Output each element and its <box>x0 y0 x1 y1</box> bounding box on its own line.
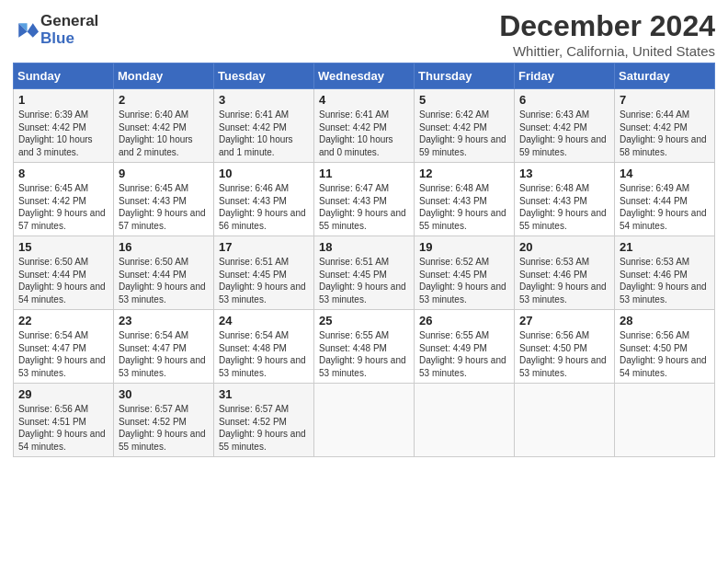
cell-detail: Sunrise: 6:53 AMSunset: 4:46 PMDaylight:… <box>620 256 711 305</box>
calendar-table: SundayMondayTuesdayWednesdayThursdayFrid… <box>13 63 715 457</box>
page-container: General Blue December 2024 Whittier, Cal… <box>0 0 728 465</box>
day-number: 6 <box>519 93 610 107</box>
day-number: 8 <box>18 167 109 180</box>
day-number: 12 <box>419 167 510 180</box>
cell-detail: Sunrise: 6:50 AMSunset: 4:44 PMDaylight:… <box>119 256 210 305</box>
calendar-cell: 16Sunrise: 6:50 AMSunset: 4:44 PMDayligh… <box>114 236 214 310</box>
subtitle: Whittier, California, United States <box>499 43 715 59</box>
cell-detail: Sunrise: 6:49 AMSunset: 4:44 PMDaylight:… <box>620 182 711 232</box>
cell-detail: Sunrise: 6:50 AMSunset: 4:44 PMDaylight:… <box>18 256 109 305</box>
day-header-tuesday: Tuesday <box>214 63 314 89</box>
calendar-cell: 23Sunrise: 6:54 AMSunset: 4:47 PMDayligh… <box>114 310 214 384</box>
cell-detail: Sunrise: 6:57 AMSunset: 4:52 PMDaylight:… <box>219 403 310 453</box>
day-number: 10 <box>219 167 310 180</box>
calendar-cell: 22Sunrise: 6:54 AMSunset: 4:47 PMDayligh… <box>14 310 114 384</box>
day-number: 23 <box>119 314 210 327</box>
cell-detail: Sunrise: 6:42 AMSunset: 4:42 PMDaylight:… <box>419 109 510 158</box>
day-number: 19 <box>419 240 510 254</box>
cell-detail: Sunrise: 6:57 AMSunset: 4:52 PMDaylight:… <box>119 403 210 453</box>
cell-detail: Sunrise: 6:48 AMSunset: 4:43 PMDaylight:… <box>519 182 610 232</box>
cell-detail: Sunrise: 6:54 AMSunset: 4:48 PMDaylight:… <box>219 329 310 379</box>
calendar-header-row: SundayMondayTuesdayWednesdayThursdayFrid… <box>14 63 715 89</box>
cell-detail: Sunrise: 6:55 AMSunset: 4:48 PMDaylight:… <box>319 329 410 379</box>
title-block: December 2024 Whittier, California, Unit… <box>499 9 715 59</box>
calendar-cell: 26Sunrise: 6:55 AMSunset: 4:49 PMDayligh… <box>415 310 515 384</box>
cell-detail: Sunrise: 6:43 AMSunset: 4:42 PMDaylight:… <box>519 109 610 158</box>
day-number: 21 <box>620 240 711 254</box>
day-number: 3 <box>219 93 310 107</box>
cell-detail: Sunrise: 6:54 AMSunset: 4:47 PMDaylight:… <box>18 329 109 379</box>
calendar-cell: 1Sunrise: 6:39 AMSunset: 4:42 PMDaylight… <box>14 89 114 163</box>
cell-detail: Sunrise: 6:53 AMSunset: 4:46 PMDaylight:… <box>519 256 610 305</box>
calendar-cell: 31Sunrise: 6:57 AMSunset: 4:52 PMDayligh… <box>214 384 314 457</box>
cell-detail: Sunrise: 6:47 AMSunset: 4:43 PMDaylight:… <box>319 182 410 232</box>
day-number: 27 <box>519 314 610 327</box>
day-number: 30 <box>119 387 210 401</box>
day-number: 28 <box>620 314 711 327</box>
calendar-cell <box>515 384 615 457</box>
cell-detail: Sunrise: 6:41 AMSunset: 4:42 PMDaylight:… <box>319 109 410 158</box>
cell-detail: Sunrise: 6:45 AMSunset: 4:42 PMDaylight:… <box>18 182 109 232</box>
calendar-cell: 15Sunrise: 6:50 AMSunset: 4:44 PMDayligh… <box>14 236 114 310</box>
cell-detail: Sunrise: 6:44 AMSunset: 4:42 PMDaylight:… <box>620 109 711 158</box>
cell-detail: Sunrise: 6:45 AMSunset: 4:43 PMDaylight:… <box>119 182 210 232</box>
day-number: 17 <box>219 240 310 254</box>
day-number: 16 <box>119 240 210 254</box>
cell-detail: Sunrise: 6:39 AMSunset: 4:42 PMDaylight:… <box>18 109 109 158</box>
calendar-cell: 5Sunrise: 6:42 AMSunset: 4:42 PMDaylight… <box>415 89 515 163</box>
calendar-cell: 20Sunrise: 6:53 AMSunset: 4:46 PMDayligh… <box>515 236 615 310</box>
calendar-cell: 10Sunrise: 6:46 AMSunset: 4:43 PMDayligh… <box>214 163 314 236</box>
cell-detail: Sunrise: 6:55 AMSunset: 4:49 PMDaylight:… <box>419 329 510 379</box>
day-header-friday: Friday <box>515 63 615 89</box>
logo-icon <box>13 17 39 43</box>
calendar-cell: 25Sunrise: 6:55 AMSunset: 4:48 PMDayligh… <box>314 310 415 384</box>
day-number: 1 <box>18 93 109 107</box>
calendar-cell: 17Sunrise: 6:51 AMSunset: 4:45 PMDayligh… <box>214 236 314 310</box>
calendar-cell: 30Sunrise: 6:57 AMSunset: 4:52 PMDayligh… <box>114 384 214 457</box>
day-number: 14 <box>620 167 711 180</box>
calendar-cell: 19Sunrise: 6:52 AMSunset: 4:45 PMDayligh… <box>415 236 515 310</box>
calendar-cell: 7Sunrise: 6:44 AMSunset: 4:42 PMDaylight… <box>615 89 715 163</box>
cell-detail: Sunrise: 6:48 AMSunset: 4:43 PMDaylight:… <box>419 182 510 232</box>
cell-detail: Sunrise: 6:41 AMSunset: 4:42 PMDaylight:… <box>219 109 310 158</box>
cell-detail: Sunrise: 6:51 AMSunset: 4:45 PMDaylight:… <box>319 256 410 305</box>
calendar-cell: 21Sunrise: 6:53 AMSunset: 4:46 PMDayligh… <box>615 236 715 310</box>
calendar-cell <box>415 384 515 457</box>
calendar-cell: 3Sunrise: 6:41 AMSunset: 4:42 PMDaylight… <box>214 89 314 163</box>
calendar-cell: 9Sunrise: 6:45 AMSunset: 4:43 PMDaylight… <box>114 163 214 236</box>
day-header-thursday: Thursday <box>415 63 515 89</box>
day-number: 29 <box>18 387 109 401</box>
day-number: 7 <box>620 93 711 107</box>
week-row-3: 15Sunrise: 6:50 AMSunset: 4:44 PMDayligh… <box>14 236 715 310</box>
day-number: 4 <box>319 93 410 107</box>
day-number: 2 <box>119 93 210 107</box>
cell-detail: Sunrise: 6:56 AMSunset: 4:51 PMDaylight:… <box>18 403 109 453</box>
cell-detail: Sunrise: 6:51 AMSunset: 4:45 PMDaylight:… <box>219 256 310 305</box>
main-title: December 2024 <box>499 9 715 43</box>
calendar-cell <box>314 384 415 457</box>
day-number: 31 <box>219 387 310 401</box>
day-number: 15 <box>18 240 109 254</box>
calendar-cell <box>615 384 715 457</box>
calendar-cell: 24Sunrise: 6:54 AMSunset: 4:48 PMDayligh… <box>214 310 314 384</box>
day-number: 25 <box>319 314 410 327</box>
day-header-saturday: Saturday <box>615 63 715 89</box>
cell-detail: Sunrise: 6:56 AMSunset: 4:50 PMDaylight:… <box>519 329 610 379</box>
calendar-cell: 28Sunrise: 6:56 AMSunset: 4:50 PMDayligh… <box>615 310 715 384</box>
day-number: 20 <box>519 240 610 254</box>
calendar-cell: 14Sunrise: 6:49 AMSunset: 4:44 PMDayligh… <box>615 163 715 236</box>
calendar-cell: 4Sunrise: 6:41 AMSunset: 4:42 PMDaylight… <box>314 89 415 163</box>
logo: General Blue <box>13 13 98 47</box>
week-row-4: 22Sunrise: 6:54 AMSunset: 4:47 PMDayligh… <box>14 310 715 384</box>
calendar-body: 1Sunrise: 6:39 AMSunset: 4:42 PMDaylight… <box>14 89 715 457</box>
calendar-cell: 12Sunrise: 6:48 AMSunset: 4:43 PMDayligh… <box>415 163 515 236</box>
calendar-cell: 6Sunrise: 6:43 AMSunset: 4:42 PMDaylight… <box>515 89 615 163</box>
week-row-2: 8Sunrise: 6:45 AMSunset: 4:42 PMDaylight… <box>14 163 715 236</box>
day-header-monday: Monday <box>114 63 214 89</box>
day-number: 5 <box>419 93 510 107</box>
svg-marker-0 <box>28 23 39 38</box>
cell-detail: Sunrise: 6:56 AMSunset: 4:50 PMDaylight:… <box>620 329 711 379</box>
week-row-5: 29Sunrise: 6:56 AMSunset: 4:51 PMDayligh… <box>14 384 715 457</box>
week-row-1: 1Sunrise: 6:39 AMSunset: 4:42 PMDaylight… <box>14 89 715 163</box>
day-number: 18 <box>319 240 410 254</box>
